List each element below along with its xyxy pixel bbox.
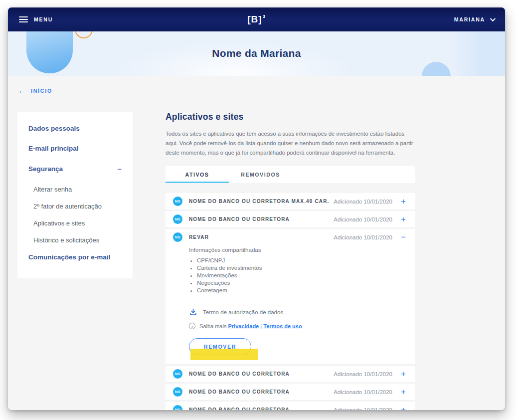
shared-info-item: Carteira de investimentos bbox=[197, 265, 407, 271]
learn-more-prefix: Saiba mais bbox=[199, 323, 226, 329]
info-icon: i bbox=[189, 323, 195, 329]
page-banner: Nome da Mariana bbox=[8, 31, 505, 76]
link-separator: | bbox=[260, 323, 262, 329]
app-name: NOME DO BANCO OU CORRETORA MÁX.40 CAR.. bbox=[189, 199, 329, 204]
app-name: NOME DO BANCO OU CORRETORA bbox=[189, 389, 329, 395]
banner-half-circle-shape bbox=[422, 62, 451, 76]
app-row[interactable]: NO REVAR Adicionado 10/01/2020 − bbox=[166, 229, 415, 245]
b3-logo-sup: 3 bbox=[263, 14, 266, 19]
sidebar-item-aplicativos-sites[interactable]: Aplicativos e sites bbox=[33, 219, 123, 227]
app-added-date: Adicionado 10/01/2020 bbox=[334, 371, 392, 377]
learn-more-row: i Saiba mais Privacidade | Termos de uso bbox=[189, 323, 407, 329]
divider bbox=[189, 300, 235, 300]
app-added-date: Adicionado 10/01/2020 bbox=[334, 389, 392, 395]
expand-plus-icon[interactable]: + bbox=[399, 215, 407, 223]
top-navbar: MENU [B]3 MARIANA bbox=[8, 7, 505, 31]
app-added-date: Adicionado 10/01/2020 bbox=[334, 407, 392, 410]
app-window: MENU [B]3 MARIANA Nome da Mariana ← INÍC… bbox=[8, 7, 505, 410]
app-added-date: Adicionado 10/01/2020 bbox=[334, 199, 392, 205]
sidebar-item-comunicacoes[interactable]: Comunicações por e-mail bbox=[28, 253, 123, 261]
app-logo-badge: NO bbox=[173, 387, 182, 397]
menu-button[interactable]: MENU bbox=[19, 16, 53, 22]
list-item: NO NOME DO BANCO OU CORRETORA Adicionado… bbox=[166, 400, 415, 410]
app-name: NOME DO BANCO OU CORRETORA bbox=[189, 371, 329, 377]
chevron-down-icon bbox=[490, 16, 496, 21]
sidebar-item-2-fator[interactable]: 2º fator de autenticação bbox=[33, 203, 123, 210]
sidebar-item-dados-pessoais[interactable]: Dados pessoais bbox=[28, 125, 123, 132]
app-logo-badge: NO bbox=[173, 369, 182, 379]
section-description: Todos os sites e aplicativos que tem ace… bbox=[166, 129, 415, 158]
app-name: NOME DO BANCO OU CORRETORA bbox=[189, 407, 329, 410]
app-row[interactable]: NO NOME DO BANCO OU CORRETORA Adicionado… bbox=[166, 384, 415, 400]
section-title: Aplicativos e sites bbox=[166, 112, 415, 122]
settings-sidebar: Dados pessoais E-mail principal Seguranç… bbox=[17, 112, 133, 278]
app-logo-badge: NO bbox=[173, 214, 182, 224]
sidebar-item-alterar-senha[interactable]: Alterar senha bbox=[33, 186, 123, 193]
app-detail-panel: Informações compartilhadas CPF/CNPJ Cart… bbox=[166, 245, 415, 364]
app-added-date: Adicionado 10/01/2020 bbox=[334, 234, 392, 240]
tab-removidos[interactable]: REMOVIDOS bbox=[229, 166, 292, 183]
back-arrow-icon: ← bbox=[18, 87, 26, 95]
download-icon bbox=[189, 308, 197, 316]
download-terms-link[interactable]: Termo de autorização de dados. bbox=[189, 308, 285, 316]
content-area: Dados pessoais E-mail principal Seguranç… bbox=[17, 112, 505, 410]
app-list: NO NOME DO BANCO OU CORRETORA MÁX.40 CAR… bbox=[166, 193, 415, 410]
back-link-label: INÍCIO bbox=[31, 88, 52, 94]
tab-bar: ATIVOS REMOVIDOS bbox=[166, 166, 415, 183]
collapse-minus-icon[interactable]: − bbox=[399, 233, 407, 241]
user-menu[interactable]: MARIANA bbox=[454, 16, 494, 22]
user-name: MARIANA bbox=[454, 16, 485, 22]
download-label: Termo de autorização de dados. bbox=[203, 309, 285, 315]
shared-info-item: Corretagem bbox=[197, 287, 407, 293]
expand-plus-icon[interactable]: + bbox=[399, 406, 407, 410]
app-row[interactable]: NO NOME DO BANCO OU CORRETORA MÁX.40 CAR… bbox=[166, 193, 415, 210]
learn-more-text: Saiba mais Privacidade | Termos de uso bbox=[199, 323, 302, 329]
collapse-minus-icon[interactable]: − bbox=[117, 165, 123, 173]
b3-logo: [B]3 bbox=[247, 14, 265, 25]
tab-ativos[interactable]: ATIVOS bbox=[166, 166, 229, 183]
expand-plus-icon[interactable]: + bbox=[399, 388, 407, 396]
remove-button-wrapper: REMOVER bbox=[189, 338, 251, 355]
back-link[interactable]: ← INÍCIO bbox=[18, 87, 52, 95]
sidebar-item-seguranca[interactable]: Segurança − bbox=[28, 165, 123, 173]
shared-info-title: Informações compartilhadas bbox=[189, 247, 407, 253]
list-item: NO NOME DO BANCO OU CORRETORA MÁX.40 CAR… bbox=[166, 193, 415, 210]
list-item: NO NOME DO BANCO OU CORRETORA Adicionado… bbox=[166, 210, 415, 227]
app-name: REVAR bbox=[189, 234, 329, 240]
app-row[interactable]: NO NOME DO BANCO OU CORRETORA Adicionado… bbox=[166, 402, 415, 410]
remove-button[interactable]: REMOVER bbox=[189, 338, 251, 355]
shared-info-item: Negociações bbox=[197, 280, 407, 286]
shared-info-item: CPF/CNPJ bbox=[197, 257, 407, 263]
main-panel: Aplicativos e sites Todos os sites e apl… bbox=[166, 112, 415, 410]
shared-info-list: CPF/CNPJ Carteira de investimentos Movim… bbox=[191, 257, 407, 293]
sidebar-item-historico[interactable]: Histórico e solicitações bbox=[33, 236, 123, 244]
app-row[interactable]: NO NOME DO BANCO OU CORRETORA Adicionado… bbox=[166, 211, 415, 227]
app-added-date: Adicionado 10/01/2020 bbox=[334, 216, 392, 222]
list-item: NO NOME DO BANCO OU CORRETORA Adicionado… bbox=[166, 364, 415, 382]
shared-info-item: Movimentações bbox=[197, 272, 407, 278]
app-name: NOME DO BANCO OU CORRETORA bbox=[189, 216, 329, 222]
b3-logo-bracket: [B] bbox=[247, 14, 262, 24]
app-logo-badge: NO bbox=[173, 405, 182, 410]
app-logo-badge: NO bbox=[173, 232, 182, 242]
list-item-expanded: NO REVAR Adicionado 10/01/2020 − Informa… bbox=[166, 227, 415, 364]
sidebar-item-email-principal[interactable]: E-mail principal bbox=[28, 145, 123, 152]
banner-orange-circle-shape bbox=[75, 31, 93, 38]
list-item: NO NOME DO BANCO OU CORRETORA Adicionado… bbox=[166, 382, 415, 400]
expand-plus-icon[interactable]: + bbox=[399, 197, 407, 206]
page-title: Nome da Mariana bbox=[8, 47, 505, 59]
privacy-link[interactable]: Privacidade bbox=[228, 323, 259, 329]
menu-label: MENU bbox=[34, 16, 53, 22]
app-logo-badge: NO bbox=[173, 197, 182, 206]
sidebar-item-seguranca-label: Segurança bbox=[28, 165, 63, 173]
hamburger-icon bbox=[19, 16, 28, 22]
expand-plus-icon[interactable]: + bbox=[399, 370, 407, 378]
app-row[interactable]: NO NOME DO BANCO OU CORRETORA Adicionado… bbox=[166, 366, 415, 382]
terms-link[interactable]: Termos de uso bbox=[263, 323, 302, 329]
